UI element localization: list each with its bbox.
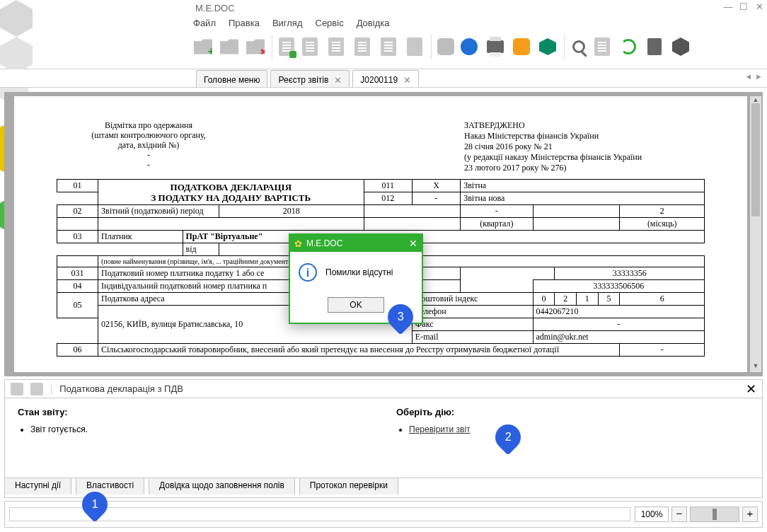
cell-agri-value[interactable]: -	[620, 344, 705, 357]
document-viewport: Відмітка про одержання (штамп контролююч…	[4, 92, 763, 376]
tab-j0200119[interactable]: J0200119✕	[352, 70, 419, 87]
stamp-line: (штамп контролюючого органу,	[57, 130, 241, 140]
tool-doc2[interactable]	[298, 35, 322, 59]
cell-year[interactable]: 2018	[219, 205, 364, 218]
menu-edit[interactable]: Правка	[226, 16, 262, 30]
close-button[interactable]: ✕	[751, 1, 767, 14]
tool-shield[interactable]	[457, 35, 481, 59]
cell-postindex-0[interactable]: 0	[533, 293, 555, 306]
tool-new-folder[interactable]	[191, 35, 215, 59]
tool-doc5[interactable]	[376, 35, 400, 59]
panel-tabs: Наступні дії Властивості Довідка щодо за…	[5, 478, 762, 495]
doc-icon	[328, 37, 344, 56]
hex-dark-icon	[672, 37, 689, 56]
menu-help[interactable]: Довідка	[354, 16, 392, 30]
tool-doc6[interactable]	[403, 35, 427, 59]
maximize-button[interactable]: ☐	[736, 1, 751, 14]
cell-quarter[interactable]: -	[461, 205, 533, 218]
cell-postindex-2[interactable]: 1	[576, 293, 598, 306]
menu-service[interactable]: Сервіс	[313, 16, 346, 30]
cell-month[interactable]: 2	[620, 205, 705, 218]
info-icon: i	[299, 263, 317, 282]
folder-x-icon	[246, 37, 265, 56]
approved-line: 23 лютого 2017 року № 276)	[464, 163, 705, 173]
tool-calc[interactable]	[642, 35, 667, 59]
cell-payer-name[interactable]: ПрАТ "Віртуальне"	[183, 231, 704, 243]
check-report-link[interactable]: Перевірити звіт	[409, 424, 471, 434]
tool-open-folder[interactable]	[217, 35, 241, 59]
minimize-button[interactable]: —	[720, 1, 736, 14]
cell-012x: -	[412, 192, 460, 205]
tab-scroll-left[interactable]: ◄	[744, 72, 752, 81]
zoom-out-button[interactable]: −	[671, 507, 687, 522]
panel-title: Податкова декларація з ПДВ	[59, 383, 183, 394]
tool-doc4[interactable]	[350, 35, 374, 59]
menu-view[interactable]: Вигляд	[270, 16, 305, 30]
cloud-icon	[437, 38, 454, 55]
cell-row031: 031	[57, 267, 98, 280]
tool-dark-hex[interactable]	[669, 35, 693, 59]
cell-row05: 05	[57, 293, 98, 318]
cell-postindex-3[interactable]: 5	[598, 293, 620, 306]
scroll-thumb[interactable]	[751, 103, 760, 216]
panel-tab-props[interactable]: Властивості	[76, 478, 144, 495]
dialog-close-icon[interactable]: ✕	[409, 238, 417, 249]
close-icon[interactable]: ✕	[334, 75, 342, 86]
tool-green-hex[interactable]	[536, 35, 560, 59]
tab-home[interactable]: Головне меню	[196, 70, 267, 87]
close-icon[interactable]: ✕	[403, 75, 411, 86]
cell-postindex-4[interactable]: 6	[620, 293, 705, 306]
printer-icon	[487, 40, 504, 53]
panel-status-col: Стан звіту: Звіт готується.	[5, 398, 384, 478]
tool-page[interactable]	[590, 35, 614, 59]
tool-doc3[interactable]	[324, 35, 348, 59]
folder-plus-icon	[194, 37, 212, 56]
tool-doc1[interactable]	[272, 35, 296, 59]
zoom-slider[interactable]	[690, 507, 739, 522]
panel-tab-next[interactable]: Наступні дії	[5, 478, 71, 495]
cell-taxnum-value[interactable]: 33333356	[555, 267, 705, 280]
panel-icon-2[interactable]	[30, 383, 43, 395]
tool-delete-folder[interactable]	[243, 35, 267, 59]
tool-refresh[interactable]	[616, 35, 640, 59]
cell-011x: Х	[412, 180, 460, 192]
tool-cloud[interactable]	[431, 35, 455, 59]
scroll-down-icon[interactable]: ▼	[750, 362, 761, 372]
dialog-message: Помилки відсутні	[325, 267, 393, 277]
panel-close-icon[interactable]: ✕	[746, 381, 756, 397]
calculator-icon	[647, 38, 662, 55]
cell-tel-label: Телефон	[412, 306, 533, 318]
panel-tab-help[interactable]: Довідка щодо заповнення полів	[149, 478, 295, 495]
dialog-title: M.E.DOC	[306, 238, 342, 248]
mail-icon	[513, 38, 530, 55]
decor-hex-icon	[0, 37, 33, 74]
stamp-block: Відмітка про одержання (штамп контролююч…	[57, 120, 241, 173]
tab-registry[interactable]: Реєстр звітів✕	[270, 70, 350, 87]
tab-scroll-right[interactable]: ►	[755, 72, 763, 81]
cell-tel-value[interactable]: 0442067210	[533, 306, 704, 318]
menu-bar: Файл Правка Вигляд Сервіс Довідка	[191, 16, 391, 30]
cell-fax-label: Факс	[412, 318, 533, 331]
vertical-scrollbar[interactable]: ▲ ▼	[750, 96, 761, 372]
cell-ipn-value[interactable]: 333333506506	[533, 280, 704, 293]
hex-green-icon	[539, 38, 556, 55]
tool-print[interactable]	[483, 35, 507, 59]
search-icon	[572, 40, 585, 53]
cell-fax-value[interactable]: -	[533, 318, 704, 331]
cell-postindex-1[interactable]: 2	[555, 293, 577, 306]
doc-icon	[354, 37, 370, 56]
ok-button[interactable]: OK	[328, 297, 384, 313]
zoom-value[interactable]: 100%	[635, 507, 669, 522]
panel-icon-1[interactable]	[11, 383, 23, 395]
approved-line: (у редакції наказу Міністерства фінансів…	[464, 152, 705, 163]
logo-area: m e doc МІЙ ЕЛЕКТРОННИЙ ДОКУМЕНТ ГОЛОВНЕ…	[0, 0, 191, 69]
approved-title: ЗАТВЕРДЖЕНО	[464, 120, 705, 131]
zoom-in-button[interactable]: +	[742, 507, 758, 522]
tool-search[interactable]	[564, 35, 588, 59]
cell-email-value[interactable]: admin@ukr.net	[533, 331, 704, 344]
dialog-title-bar[interactable]: ✿ M.E.DOC ✕	[290, 235, 422, 252]
tool-mail[interactable]	[509, 35, 534, 59]
panel-tab-protocol[interactable]: Протокол перевірки	[299, 478, 398, 495]
menu-file[interactable]: Файл	[191, 16, 218, 30]
doc-grey-icon	[407, 37, 422, 56]
